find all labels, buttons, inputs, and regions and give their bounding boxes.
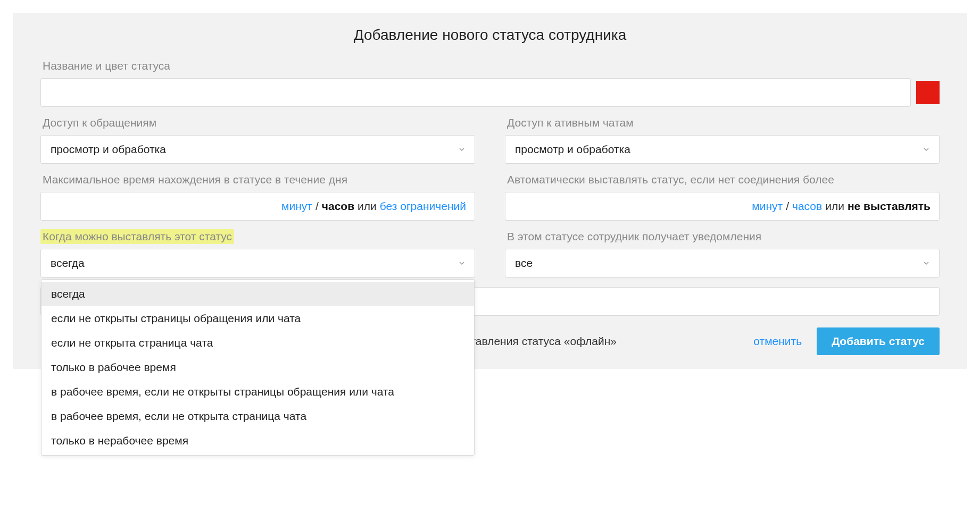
chevron-down-icon [923, 260, 929, 266]
max-time-minutes-link[interactable]: минут [281, 200, 312, 213]
slash-sep: / [315, 200, 319, 213]
auto-no-set[interactable]: не выставлять [848, 200, 931, 213]
select-access-requests-value: просмотр и обработка [51, 143, 166, 156]
or-sep: или [358, 200, 377, 213]
chevron-down-icon [459, 146, 465, 153]
select-when-allow[interactable]: всегда всегда если не открыты страницы о… [40, 249, 475, 278]
row-when-notify: Когда можно выставлять этот статус всегд… [40, 229, 940, 278]
when-allow-dropdown: всегда если не открыты страницы обращени… [41, 279, 475, 456]
when-option-3[interactable]: только в рабочее время [41, 355, 474, 380]
status-name-input[interactable] [40, 78, 911, 107]
auto-hours-link[interactable]: часов [792, 200, 822, 213]
auto-minutes-link[interactable]: минут [752, 200, 783, 213]
select-access-chats-value: просмотр и обработка [515, 143, 630, 156]
select-notifications[interactable]: все [505, 249, 940, 278]
status-color-swatch[interactable] [916, 81, 940, 104]
form-title: Добавление нового статуса сотрудника [40, 27, 940, 44]
chevron-down-icon [459, 260, 465, 266]
slash-sep: / [786, 200, 789, 213]
select-when-allow-value: всегда [51, 257, 85, 270]
when-option-0[interactable]: всегда [41, 282, 474, 306]
label-access-chats: Доступ к ативным чатам [505, 115, 636, 130]
status-form-panel: Добавление нового статуса сотрудника Наз… [13, 13, 967, 369]
chevron-down-icon [923, 146, 929, 153]
row-access: Доступ к обращениям просмотр и обработка… [40, 115, 940, 164]
cancel-button[interactable]: отменить [753, 335, 802, 348]
label-notifications: В этом статусе сотрудник получает уведом… [505, 229, 763, 244]
row-time: Максимальное время нахождения в статусе … [40, 172, 940, 221]
max-time-hours[interactable]: часов [322, 200, 354, 213]
or-sep: или [825, 200, 844, 213]
label-max-time: Максимальное время нахождения в статусе … [40, 172, 350, 187]
label-when-allow: Когда можно выставлять этот статус [40, 229, 234, 244]
max-time-box[interactable]: минут / часов или без ограничений [40, 192, 475, 221]
label-auto-status: Автоматически выставлять статус, если не… [505, 172, 836, 187]
label-name-color: Название и цвет статуса [40, 58, 172, 73]
select-access-requests[interactable]: просмотр и обработка [40, 135, 475, 164]
row-name-color: Название и цвет статуса [40, 58, 940, 107]
label-access-requests: Доступ к обращениям [40, 115, 159, 130]
max-time-unlimited-link[interactable]: без ограничений [380, 200, 466, 213]
when-option-1[interactable]: если не открыты страницы обращения или ч… [41, 306, 474, 331]
select-notifications-value: все [515, 257, 533, 270]
auto-status-box[interactable]: минут / часов или не выставлять [505, 192, 940, 221]
submit-button[interactable]: Добавить статус [817, 327, 940, 355]
when-option-5[interactable]: в рабочее время, если не открыта страниц… [41, 404, 474, 428]
select-access-chats[interactable]: просмотр и обработка [505, 135, 940, 164]
when-option-6[interactable]: только в нерабочее время [41, 428, 474, 453]
when-option-4[interactable]: в рабочее время, если не открыты страниц… [41, 380, 474, 404]
when-option-2[interactable]: если не открыта страница чата [41, 331, 474, 355]
